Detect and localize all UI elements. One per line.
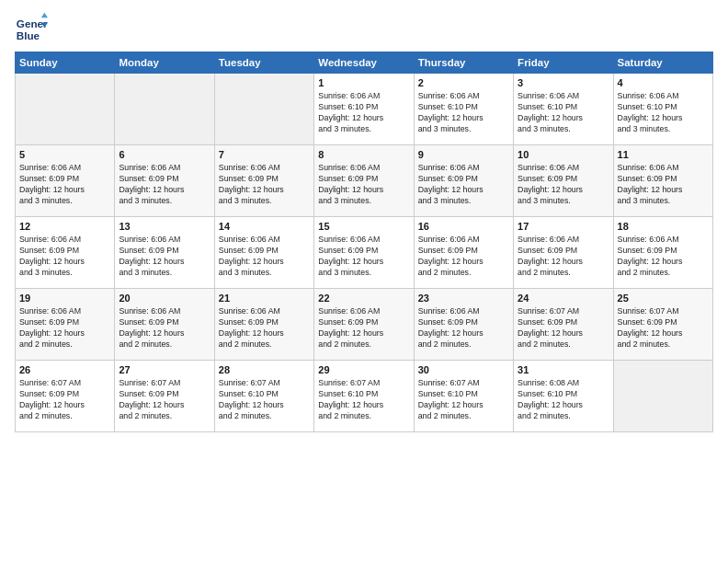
day-info: Sunrise: 6:07 AM Sunset: 6:09 PM Dayligh… [19,377,110,422]
calendar-cell: 26Sunrise: 6:07 AM Sunset: 6:09 PM Dayli… [16,361,115,432]
day-number: 25 [618,293,709,304]
day-info: Sunrise: 6:07 AM Sunset: 6:10 PM Dayligh… [219,377,310,422]
weekday-header-sunday: Sunday [16,52,115,74]
calendar-cell: 27Sunrise: 6:07 AM Sunset: 6:09 PM Dayli… [115,361,214,432]
day-number: 24 [518,293,609,304]
week-row-3: 12Sunrise: 6:06 AM Sunset: 6:09 PM Dayli… [16,217,713,289]
calendar-table: SundayMondayTuesdayWednesdayThursdayFrid… [15,52,713,432]
calendar-cell [16,74,115,145]
day-number: 12 [19,221,110,232]
day-number: 16 [418,221,509,232]
calendar-cell: 14Sunrise: 6:06 AM Sunset: 6:09 PM Dayli… [214,217,313,289]
calendar-cell: 5Sunrise: 6:06 AM Sunset: 6:09 PM Daylig… [16,145,115,217]
day-info: Sunrise: 6:06 AM Sunset: 6:09 PM Dayligh… [219,305,310,350]
day-info: Sunrise: 6:06 AM Sunset: 6:09 PM Dayligh… [618,234,709,279]
weekday-header-friday: Friday [514,52,613,74]
day-number: 3 [518,77,609,88]
day-info: Sunrise: 6:07 AM Sunset: 6:10 PM Dayligh… [318,377,409,422]
day-info: Sunrise: 6:06 AM Sunset: 6:09 PM Dayligh… [318,305,409,350]
weekday-header-row: SundayMondayTuesdayWednesdayThursdayFrid… [16,52,713,74]
day-info: Sunrise: 6:06 AM Sunset: 6:09 PM Dayligh… [119,305,210,350]
day-number: 7 [219,149,310,160]
day-info: Sunrise: 6:07 AM Sunset: 6:09 PM Dayligh… [618,305,709,350]
day-number: 11 [618,149,709,160]
calendar-cell: 15Sunrise: 6:06 AM Sunset: 6:09 PM Dayli… [314,217,414,289]
day-info: Sunrise: 6:06 AM Sunset: 6:09 PM Dayligh… [518,162,609,207]
calendar-cell: 10Sunrise: 6:06 AM Sunset: 6:09 PM Dayli… [514,145,613,217]
day-number: 10 [518,149,609,160]
day-info: Sunrise: 6:06 AM Sunset: 6:10 PM Dayligh… [518,90,609,135]
day-number: 20 [119,293,210,304]
day-number: 18 [618,221,709,232]
day-number: 17 [518,221,609,232]
calendar-cell: 4Sunrise: 6:06 AM Sunset: 6:10 PM Daylig… [613,74,712,145]
weekday-header-tuesday: Tuesday [214,52,313,74]
calendar-cell: 6Sunrise: 6:06 AM Sunset: 6:09 PM Daylig… [115,145,214,217]
day-info: Sunrise: 6:06 AM Sunset: 6:09 PM Dayligh… [119,234,210,279]
calendar-cell: 18Sunrise: 6:06 AM Sunset: 6:09 PM Dayli… [613,217,712,289]
day-info: Sunrise: 6:07 AM Sunset: 6:09 PM Dayligh… [518,305,609,350]
day-number: 21 [219,293,310,304]
day-number: 28 [219,364,310,375]
calendar-cell: 29Sunrise: 6:07 AM Sunset: 6:10 PM Dayli… [314,361,414,432]
day-info: Sunrise: 6:06 AM Sunset: 6:09 PM Dayligh… [19,162,110,207]
day-number: 30 [418,364,509,375]
weekday-header-wednesday: Wednesday [314,52,414,74]
calendar-cell: 12Sunrise: 6:06 AM Sunset: 6:09 PM Dayli… [16,217,115,289]
calendar-cell [613,361,712,432]
day-info: Sunrise: 6:06 AM Sunset: 6:09 PM Dayligh… [418,305,509,350]
logo-icon: General Blue [15,11,48,44]
calendar-cell: 11Sunrise: 6:06 AM Sunset: 6:09 PM Dayli… [613,145,712,217]
calendar-cell: 24Sunrise: 6:07 AM Sunset: 6:09 PM Dayli… [514,289,613,361]
week-row-2: 5Sunrise: 6:06 AM Sunset: 6:09 PM Daylig… [16,145,713,217]
day-number: 1 [318,77,409,88]
day-info: Sunrise: 6:06 AM Sunset: 6:09 PM Dayligh… [318,234,409,279]
day-number: 19 [19,293,110,304]
day-number: 4 [618,77,709,88]
calendar-cell: 9Sunrise: 6:06 AM Sunset: 6:09 PM Daylig… [414,145,513,217]
day-info: Sunrise: 6:07 AM Sunset: 6:09 PM Dayligh… [119,377,210,422]
calendar-cell: 23Sunrise: 6:06 AM Sunset: 6:09 PM Dayli… [414,289,513,361]
day-number: 6 [119,149,210,160]
weekday-header-saturday: Saturday [613,52,712,74]
week-row-1: 1Sunrise: 6:06 AM Sunset: 6:10 PM Daylig… [16,74,713,145]
day-info: Sunrise: 6:06 AM Sunset: 6:09 PM Dayligh… [119,162,210,207]
calendar-cell: 3Sunrise: 6:06 AM Sunset: 6:10 PM Daylig… [514,74,613,145]
day-number: 13 [119,221,210,232]
calendar-cell: 8Sunrise: 6:06 AM Sunset: 6:09 PM Daylig… [314,145,414,217]
day-info: Sunrise: 6:06 AM Sunset: 6:09 PM Dayligh… [318,162,409,207]
weekday-header-monday: Monday [115,52,214,74]
calendar-cell: 13Sunrise: 6:06 AM Sunset: 6:09 PM Dayli… [115,217,214,289]
header: General Blue [15,11,713,44]
calendar-cell: 20Sunrise: 6:06 AM Sunset: 6:09 PM Dayli… [115,289,214,361]
day-info: Sunrise: 6:06 AM Sunset: 6:09 PM Dayligh… [219,162,310,207]
day-number: 8 [318,149,409,160]
page-container: General Blue SundayMondayTuesdayWednesda… [0,0,728,440]
calendar-cell [115,74,214,145]
day-number: 2 [418,77,509,88]
day-info: Sunrise: 6:06 AM Sunset: 6:10 PM Dayligh… [418,90,509,135]
day-number: 9 [418,149,509,160]
day-info: Sunrise: 6:06 AM Sunset: 6:09 PM Dayligh… [518,234,609,279]
day-info: Sunrise: 6:06 AM Sunset: 6:09 PM Dayligh… [418,162,509,207]
calendar-cell: 31Sunrise: 6:08 AM Sunset: 6:10 PM Dayli… [514,361,613,432]
svg-text:Blue: Blue [17,29,40,41]
calendar-cell: 22Sunrise: 6:06 AM Sunset: 6:09 PM Dayli… [314,289,414,361]
week-row-4: 19Sunrise: 6:06 AM Sunset: 6:09 PM Dayli… [16,289,713,361]
calendar-cell: 16Sunrise: 6:06 AM Sunset: 6:09 PM Dayli… [414,217,513,289]
day-number: 22 [318,293,409,304]
svg-marker-2 [41,13,48,17]
day-info: Sunrise: 6:06 AM Sunset: 6:10 PM Dayligh… [318,90,409,135]
day-info: Sunrise: 6:08 AM Sunset: 6:10 PM Dayligh… [518,377,609,422]
day-number: 26 [19,364,110,375]
calendar-cell: 7Sunrise: 6:06 AM Sunset: 6:09 PM Daylig… [214,145,313,217]
logo: General Blue [15,11,53,44]
day-number: 27 [119,364,210,375]
calendar-cell: 30Sunrise: 6:07 AM Sunset: 6:10 PM Dayli… [414,361,513,432]
day-number: 5 [19,149,110,160]
day-info: Sunrise: 6:07 AM Sunset: 6:10 PM Dayligh… [418,377,509,422]
calendar-cell: 25Sunrise: 6:07 AM Sunset: 6:09 PM Dayli… [613,289,712,361]
day-number: 31 [518,364,609,375]
day-info: Sunrise: 6:06 AM Sunset: 6:09 PM Dayligh… [19,305,110,350]
day-info: Sunrise: 6:06 AM Sunset: 6:09 PM Dayligh… [219,234,310,279]
